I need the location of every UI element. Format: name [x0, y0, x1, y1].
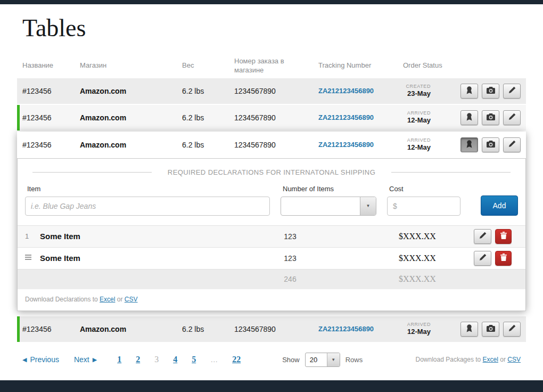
packages-excel-link[interactable]: Excel: [483, 356, 498, 363]
delete-declaration-button[interactable]: [495, 229, 512, 244]
medal-icon: [466, 113, 473, 123]
package-weight: 6.2 lbs: [177, 141, 229, 149]
number-of-items-select[interactable]: ▼: [281, 197, 376, 216]
tracking-number-link[interactable]: ZA212123456890: [313, 113, 398, 121]
row-actions: [451, 137, 526, 152]
drag-handle-icon[interactable]: [25, 254, 31, 261]
delete-declaration-button[interactable]: [495, 251, 512, 266]
cost-label: Cost: [389, 185, 460, 193]
medal-icon: [466, 86, 473, 96]
edit-declaration-button[interactable]: [474, 251, 491, 266]
item-input[interactable]: [25, 197, 270, 216]
packages-csv-link[interactable]: CSV: [507, 356, 521, 363]
photos-button[interactable]: [482, 84, 499, 99]
order-status: ARRIVED 12-May: [398, 322, 451, 337]
previous-page-button[interactable]: ◀ Previous: [22, 355, 59, 364]
order-status: ARRIVED 12-May: [398, 137, 451, 152]
number-of-items-label: Number of Items: [283, 185, 376, 193]
declarations-total-row: 246 $XXX.XX: [18, 269, 525, 289]
status-label: ARRIVED: [403, 322, 431, 328]
declarations-toggle-button[interactable]: [460, 137, 478, 152]
status-date: 12-May: [403, 116, 431, 125]
camera-icon: [487, 141, 495, 149]
pencil-icon: [508, 140, 516, 149]
photos-button[interactable]: [482, 322, 499, 337]
edit-package-button[interactable]: [503, 137, 521, 152]
status-date: 12-May: [403, 328, 431, 336]
declaration-index: 1: [25, 232, 40, 240]
edit-package-button[interactable]: [503, 84, 521, 99]
photos-button[interactable]: [482, 137, 499, 152]
package-weight: 6.2 lbs: [177, 87, 229, 95]
pagination-bar: ◀ Previous Next ▶ 1 2 3 4 5 … 22 Show 20…: [22, 353, 521, 367]
package-store: Amazon.com: [75, 141, 177, 149]
declarations-toggle-button[interactable]: [460, 322, 478, 337]
declarations-total-count: 246: [237, 275, 343, 283]
table-row: #123456 Amazon.com 6.2 lbs 1234567890 ZA…: [17, 316, 526, 343]
declarations-toggle-button[interactable]: [460, 110, 478, 125]
trash-icon: [500, 232, 507, 241]
photos-button[interactable]: [482, 110, 499, 125]
next-page-button[interactable]: Next ▶: [74, 355, 97, 364]
declarations-title: REQUIRED DECLARATIONS FOR INTERNATONAL S…: [168, 168, 375, 176]
pencil-icon: [508, 113, 516, 122]
package-name: #123456: [17, 325, 75, 333]
declarations-total-cost: $XXX.XX: [343, 274, 471, 284]
edit-package-button[interactable]: [503, 322, 521, 337]
pencil-icon: [479, 254, 487, 263]
tracking-number-link[interactable]: ZA212123456890: [313, 141, 398, 149]
package-name: #123456: [17, 113, 75, 122]
pencil-icon: [508, 324, 516, 333]
declaration-item: Some Item: [40, 232, 237, 241]
camera-icon: [487, 87, 495, 95]
col-header-order-number: Номер заказа в магазине: [229, 56, 313, 76]
expanded-package-card: #123456 Amazon.com 6.2 lbs 1234567890 ZA…: [17, 132, 526, 311]
order-status: CREATED 23-May: [398, 84, 451, 99]
declaration-count: 123: [237, 254, 343, 263]
declaration-cost: $XXX.XX: [343, 254, 471, 263]
edit-package-button[interactable]: [503, 110, 521, 125]
chevron-down-icon[interactable]: ▼: [327, 353, 340, 366]
declarations-toggle-button[interactable]: [460, 84, 478, 99]
divider: [391, 172, 511, 173]
download-declarations-or: or: [117, 296, 123, 303]
tracking-number-link[interactable]: ZA212123456890: [313, 87, 398, 95]
chevron-down-icon[interactable]: ▼: [360, 197, 376, 215]
package-order-number: 1234567890: [229, 113, 313, 122]
package-name: #123456: [17, 141, 75, 149]
declaration-actions: [471, 251, 518, 266]
declaration-drag-cell: [25, 254, 40, 263]
item-field-group: Item: [25, 185, 270, 216]
download-packages-text: Download Packages to: [416, 356, 481, 363]
pencil-icon: [508, 86, 516, 95]
edit-declaration-button[interactable]: [474, 229, 491, 244]
declarations-excel-link[interactable]: Excel: [100, 296, 115, 303]
divider: [32, 172, 152, 173]
col-header-store: Магазин: [75, 60, 177, 71]
page-link-4[interactable]: 4: [173, 355, 177, 364]
page-link-5[interactable]: 5: [192, 355, 196, 364]
row-actions: [451, 110, 526, 125]
page-size-control: Show 20 ▼ Rows: [282, 353, 363, 367]
package-order-number: 1234567890: [229, 325, 313, 333]
cost-input[interactable]: [387, 197, 460, 216]
declarations-header: REQUIRED DECLARATIONS FOR INTERNATONAL S…: [32, 168, 511, 176]
tracking-number-link[interactable]: ZA212123456890: [313, 325, 398, 333]
page-link-22[interactable]: 22: [232, 355, 241, 364]
row-actions: [451, 84, 526, 99]
page-size-select[interactable]: 20 ▼: [305, 353, 340, 367]
page-link-1[interactable]: 1: [117, 355, 121, 364]
page-title: Tables: [22, 15, 543, 42]
declarations-panel: REQUIRED DECLARATIONS FOR INTERNATONAL S…: [17, 158, 526, 311]
row-actions: [451, 322, 526, 337]
table-row: #123456 Amazon.com 6.2 lbs 1234567890 ZA…: [17, 132, 526, 158]
trash-icon: [500, 254, 507, 263]
page-link-2[interactable]: 2: [136, 355, 140, 364]
camera-icon: [487, 325, 495, 333]
download-packages: Download Packages to Excel or CSV: [416, 356, 521, 363]
package-order-number: 1234567890: [229, 87, 313, 95]
add-declaration-button[interactable]: Add: [481, 195, 518, 216]
page-ellipsis: …: [210, 355, 218, 364]
number-field-group: Number of Items ▼: [281, 185, 376, 216]
declarations-csv-link[interactable]: CSV: [125, 296, 138, 303]
